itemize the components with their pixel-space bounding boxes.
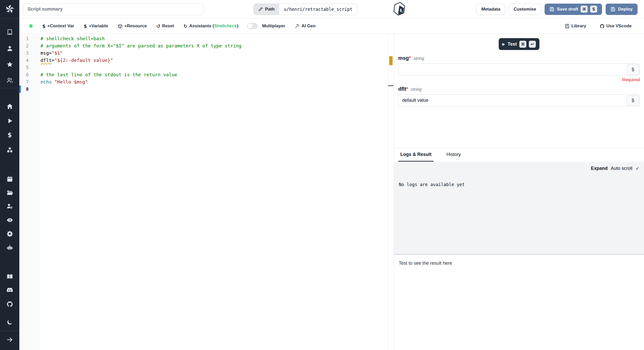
line-number: 3 <box>19 49 29 57</box>
add-variable-button[interactable]: $ +Variable <box>84 23 108 29</box>
schedules-calendar-icon[interactable] <box>0 176 19 183</box>
deploy-button[interactable]: Deploy <box>606 4 638 15</box>
field-label-msg: msg* string <box>398 55 640 61</box>
kbd-cmd: ⌘ <box>519 41 526 48</box>
path-label: Path <box>265 7 275 12</box>
home-icon[interactable] <box>0 103 19 110</box>
overview-ruler[interactable] <box>388 34 394 350</box>
code-line[interactable] <box>40 64 394 71</box>
result-pane: Test to see the result here <box>394 255 644 350</box>
gutter: 12345678 <box>19 34 40 350</box>
use-vscode-button[interactable]: Use VScode <box>600 23 632 29</box>
resources-cubes-icon[interactable] <box>0 146 19 154</box>
cursor-marker <box>388 85 393 86</box>
line-number: 6 <box>19 71 29 78</box>
expand-logs-button[interactable]: Expand <box>591 166 608 171</box>
bottom-tabs: Logs & Result History <box>394 148 644 162</box>
code-line[interactable]: # arguments of the form X="$I" are parse… <box>40 42 394 49</box>
multiplayer-toggle[interactable] <box>247 23 258 29</box>
reset-label: Reset <box>162 23 174 29</box>
editor-toolbar: $ +Context Var $ +Variable +Resource ↺ R… <box>19 19 644 34</box>
script-summary-input[interactable] <box>23 3 204 15</box>
save-draft-button[interactable]: Save draft ⌘S <box>545 4 602 15</box>
add-resource-button[interactable]: +Resource <box>118 23 147 29</box>
variable-picker-button[interactable]: $ <box>627 95 639 106</box>
variables-dollar-icon[interactable]: $ <box>0 131 19 139</box>
user-icon[interactable] <box>0 45 19 52</box>
add-variable-label: +Variable <box>89 23 108 29</box>
star-icon[interactable] <box>0 61 19 68</box>
active-line-indicator <box>19 86 21 93</box>
path-edit-button[interactable]: Path <box>254 4 279 15</box>
library-label: Library <box>571 23 586 29</box>
code-line[interactable]: # the last line of the stdout is the ret… <box>40 71 394 78</box>
dflt-input[interactable] <box>398 94 640 106</box>
ai-gen-label: AI Gen <box>301 23 316 29</box>
windmill-script-editor: $ <box>0 0 644 350</box>
runs-play-icon[interactable] <box>0 117 19 124</box>
sidebar: $ <box>0 0 19 350</box>
audit-eye-icon[interactable] <box>0 216 19 224</box>
windmill-logo-icon[interactable] <box>4 3 15 15</box>
library-button[interactable]: Library <box>565 23 586 29</box>
test-label: Test <box>508 41 517 47</box>
dollar-icon: $ <box>84 23 87 29</box>
logs-header: Expand Auto scroll ✓ <box>399 166 639 171</box>
metadata-button[interactable]: Metadata <box>476 4 505 15</box>
expand-sidebar-arrow-icon[interactable] <box>0 336 19 343</box>
folders-icon[interactable] <box>0 189 19 196</box>
code-line[interactable]: echo "Hello $msg" <box>40 78 394 86</box>
variable-picker-button[interactable]: $ <box>627 64 639 75</box>
customise-button[interactable]: Customise <box>509 4 541 15</box>
users-icon[interactable] <box>0 77 19 84</box>
code-editor[interactable]: 12345678 # shellcheck shell=bash# argume… <box>19 34 394 350</box>
github-icon <box>600 24 605 29</box>
tab-logs-result[interactable]: Logs & Result <box>398 148 434 162</box>
package-icon <box>118 24 123 29</box>
reset-button[interactable]: ↺ Reset <box>156 23 174 29</box>
add-context-var-label: +Context Var <box>47 23 74 29</box>
checkmark-icon[interactable]: ✓ <box>635 166 639 171</box>
msg-required-error: Required <box>398 77 640 82</box>
workers-robot-icon[interactable] <box>0 244 19 251</box>
code-line[interactable]: dflt="${2:-default value}" <box>40 57 394 64</box>
topbar: Path u/henri/retractable_script $ Metada… <box>19 0 644 19</box>
autoscroll-label: Auto scroll <box>611 166 632 171</box>
toggle-knob <box>248 23 253 29</box>
tab-history[interactable]: History <box>444 148 463 162</box>
field-label-dflt: dflt* string <box>398 86 640 92</box>
assistants-label: Assistants (Shellcheck) <box>189 23 239 29</box>
code-line[interactable]: # shellcheck shell=bash <box>40 35 394 42</box>
test-button[interactable]: ▶ Test ⌘↵ <box>499 38 539 50</box>
docs-book-icon[interactable] <box>0 273 19 280</box>
bash-language-icon: $ <box>393 1 406 17</box>
settings-gear-icon[interactable] <box>0 230 19 237</box>
refresh-icon: ↻ <box>183 23 187 29</box>
msg-input[interactable] <box>398 63 640 76</box>
code-line[interactable]: msg="$1" <box>40 49 394 57</box>
assistants-button[interactable]: ↻ Assistants (Shellcheck) <box>183 23 238 29</box>
line-number: 7 <box>19 78 29 86</box>
logs-pane: Expand Auto scroll ✓ No logs are availab… <box>394 162 644 254</box>
script-path-value[interactable]: u/henri/retractable_script <box>279 4 357 15</box>
groups-user-cog-icon[interactable] <box>0 203 19 210</box>
workspace-building-icon[interactable] <box>0 28 19 36</box>
field-name: dflt <box>398 86 406 92</box>
logs-empty-message: No logs are available yet <box>399 182 639 187</box>
line-number: 1 <box>19 35 29 42</box>
add-context-var-button[interactable]: $ +Context Var <box>42 23 74 29</box>
kbd-s: S <box>590 6 597 13</box>
save-icon <box>549 7 554 12</box>
kbd-cmd: ⌘ <box>581 6 588 13</box>
ai-gen-button[interactable]: AI Gen <box>295 23 316 29</box>
deploy-label: Deploy <box>618 7 633 12</box>
preview-panel: ▶ Test ⌘↵ msg* string $ Required dflt* s… <box>394 34 644 350</box>
code-line[interactable] <box>40 86 394 93</box>
book-icon <box>565 24 570 29</box>
theme-moon-icon[interactable] <box>0 319 19 326</box>
github-icon[interactable] <box>0 301 19 308</box>
discord-icon[interactable] <box>0 286 19 294</box>
path-control[interactable]: Path u/henri/retractable_script <box>253 4 357 15</box>
code-area[interactable]: # shellcheck shell=bash# arguments of th… <box>40 34 394 350</box>
add-resource-label: +Resource <box>124 23 147 29</box>
